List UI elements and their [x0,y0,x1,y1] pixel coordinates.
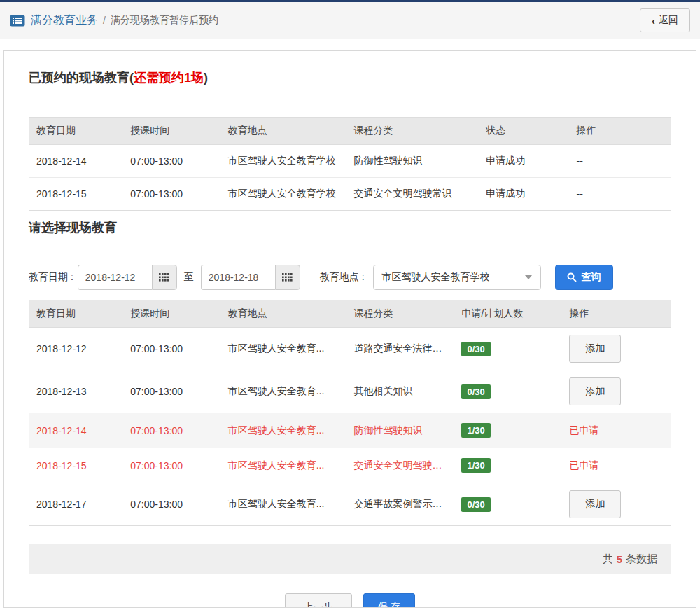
col-header: 申请/计划人数 [454,300,562,328]
cell-time: 07:00-13:00 [123,413,220,448]
section-divider [29,249,671,249]
booked-title-prefix: 已预约的现场教育( [29,71,134,85]
back-button-label: 返回 [659,14,678,27]
cell-count: 0/30 [454,483,562,526]
booked-table-header-row: 教育日期 授课时间 教育地点 课程分类 状态 操作 [29,118,671,145]
action-bar: 上一步 保 存 [29,593,671,608]
top-bar: 满分教育业务 / 满分现场教育暂停后预约 ‹ 返回 [0,0,700,39]
cell-date: 2018-12-14 [29,145,124,178]
cell-date: 2018-12-15 [29,448,124,483]
col-header: 教育日期 [29,118,124,145]
capacity-badge: 1/30 [461,458,490,473]
date-from-input[interactable] [78,265,152,290]
breadcrumb-separator: / [103,15,106,26]
date-to-group [201,265,300,290]
calendar-grid-icon[interactable] [275,265,300,290]
cell-action: 已申请 [562,448,671,483]
cell-place: 市区驾驶人安全教育... [221,483,347,526]
cell-time: 07:00-13:00 [123,178,220,211]
cell-course: 防御性驾驶知识 [346,413,454,448]
cell-time: 07:00-13:00 [123,328,220,370]
schedule-table-row: 2018-12-14 07:00-13:00 市区驾驶人安全教育... 防御性驾… [29,413,671,448]
col-header: 授课时间 [123,118,220,145]
applied-status-text: 已申请 [569,459,598,471]
chevron-down-icon [525,275,532,279]
col-header: 课程分类 [346,118,479,145]
schedule-table-row: 2018-12-13 07:00-13:00 市区驾驶人安全教育... 其他相关… [29,370,671,413]
cell-action: -- [570,178,671,211]
table-footer: 共 5 条数据 [29,544,671,574]
place-select[interactable]: 市区驾驶人安全教育学校 [373,265,541,290]
add-button[interactable]: 添加 [569,377,621,405]
booked-title-highlight: 还需预约1场 [134,71,204,85]
cell-time: 07:00-13:00 [123,145,220,178]
breadcrumb-root-link[interactable]: 满分教育业务 [31,13,98,28]
cell-date: 2018-12-15 [29,178,124,211]
cell-action: 添加 [562,370,671,413]
capacity-badge: 0/30 [461,342,490,356]
cell-course: 防御性驾驶知识 [346,145,479,178]
count-suffix: 条数据 [626,553,657,566]
add-button[interactable]: 添加 [569,490,621,518]
section-divider [29,99,671,99]
search-button[interactable]: 查询 [555,265,613,290]
main-panel: 已预约的现场教育(还需预约1场) 教育日期 授课时间 教育地点 课程分类 状态 … [4,50,696,608]
cell-place: 市区驾驶人安全教育... [221,370,347,413]
capacity-badge: 1/30 [461,423,490,438]
cell-course: 交通安全文明驾驶常识 [346,448,454,483]
select-section-title: 请选择现场教育 [29,219,671,236]
col-header: 状态 [479,118,569,145]
cell-course: 交通安全文明驾驶常识 [346,178,479,211]
cell-date: 2018-12-14 [29,413,124,448]
count-prefix: 共 [603,553,613,566]
capacity-badge: 0/30 [461,384,490,399]
calendar-grid-icon[interactable] [152,265,177,290]
cell-date: 2018-12-13 [29,370,124,413]
add-button[interactable]: 添加 [569,335,621,363]
breadcrumb-current: 满分现场教育暂停后预约 [111,14,218,27]
col-header: 操作 [570,118,671,145]
cell-course: 道路交通安全法律法规 [346,328,454,370]
save-button[interactable]: 保 存 [363,593,415,608]
chevron-left-icon: ‹ [652,15,655,26]
search-icon [567,272,577,282]
booked-title-suffix: ) [204,71,208,85]
col-header: 教育日期 [29,300,124,328]
filter-bar: 教育日期 : 至 [29,265,671,290]
cell-time: 07:00-13:00 [123,483,220,526]
cell-course: 交通事故案例警示教育 [346,483,454,526]
cell-place: 市区驾驶人安全教育... [221,328,347,370]
schedule-table-row: 2018-12-15 07:00-13:00 市区驾驶人安全教育... 交通安全… [29,448,671,483]
cell-action: -- [570,145,671,178]
applied-status-text: 已申请 [569,424,598,436]
date-filter-label: 教育日期 : [29,271,74,284]
date-range-to-label: 至 [184,271,194,284]
place-select-value: 市区驾驶人安全教育学校 [382,271,490,284]
capacity-badge: 0/30 [461,497,490,512]
schedule-table-row: 2018-12-12 07:00-13:00 市区驾驶人安全教育... 道路交通… [29,328,671,370]
cell-action: 添加 [562,483,671,526]
previous-step-button[interactable]: 上一步 [285,593,352,608]
cell-action: 添加 [562,328,671,370]
back-button[interactable]: ‹ 返回 [640,8,690,32]
cell-place: 市区驾驶人安全教育... [221,448,347,483]
schedule-table: 教育日期 授课时间 教育地点 课程分类 申请/计划人数 操作 2018-12-1… [29,300,671,526]
cell-date: 2018-12-12 [29,328,124,370]
booked-table: 教育日期 授课时间 教育地点 课程分类 状态 操作 2018-12-14 07:… [29,117,671,211]
cell-time: 07:00-13:00 [123,448,220,483]
cell-count: 1/30 [454,448,562,483]
col-header: 课程分类 [346,300,454,328]
booked-table-row: 2018-12-14 07:00-13:00 市区驾驶人安全教育学校 防御性驾驶… [29,145,671,178]
cell-place: 市区驾驶人安全教育... [221,413,347,448]
cell-count: 1/30 [454,413,562,448]
cell-status: 申请成功 [479,145,569,178]
booked-section-title: 已预约的现场教育(还需预约1场) [29,69,671,86]
search-button-label: 查询 [582,271,601,284]
date-to-input[interactable] [201,265,275,290]
cell-action: 已申请 [562,413,671,448]
booked-table-row: 2018-12-15 07:00-13:00 市区驾驶人安全教育学校 交通安全文… [29,178,671,211]
place-filter-label: 教育地点 : [320,271,365,284]
col-header: 授课时间 [123,300,220,328]
col-header: 教育地点 [221,118,347,145]
cell-date: 2018-12-17 [29,483,124,526]
